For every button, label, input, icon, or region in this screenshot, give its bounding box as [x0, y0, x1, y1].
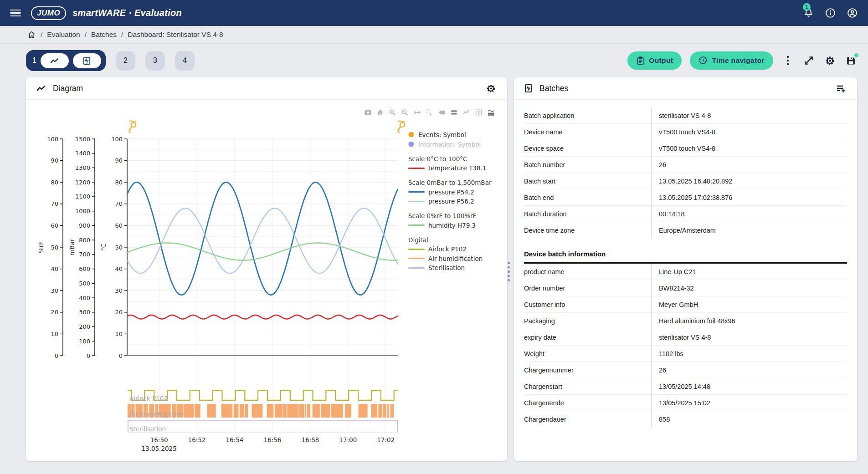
breadcrumb-items: /Evaluation/Batches/Dashboard: Sterilisa… [41, 31, 223, 39]
legend-item[interactable]: temperature T38.1 [408, 163, 506, 173]
legend-item[interactable]: pressure P56.2 [408, 197, 506, 206]
hamburger-menu-icon[interactable] [10, 10, 21, 17]
svg-text:1: 1 [397, 128, 401, 133]
svg-text:16:50: 16:50 [150, 436, 168, 443]
digital-track-label: Airlock P102 [129, 395, 168, 402]
legend-group-header: Scale 0mBar to 1,500mBar [408, 178, 506, 188]
camera-icon[interactable] [364, 109, 372, 116]
diagram-settings-gear-icon[interactable] [484, 82, 497, 95]
legend-label: Airlock P102 [428, 245, 467, 253]
svg-text:mBar: mBar [68, 239, 76, 255]
add-to-list-icon[interactable] [834, 82, 847, 95]
notifications-bell-icon[interactable]: 1 [802, 7, 814, 19]
row-value: 858 [652, 411, 847, 428]
svg-text:400: 400 [79, 295, 90, 301]
svg-text:70: 70 [51, 200, 58, 207]
diagram-view-toggle[interactable] [41, 53, 69, 68]
unsaved-changes-dot [854, 53, 858, 57]
row-label: Batch start [524, 173, 652, 189]
time-navigator-button[interactable]: Time navigator [690, 51, 773, 70]
batches-view-toggle[interactable] [73, 53, 101, 68]
legend-item[interactable]: pressure P54.2 [408, 188, 506, 197]
tab-4[interactable]: 4 [175, 51, 195, 71]
legend-line-swatch [408, 201, 425, 202]
legend-group: Scale 0mBar to 1,500mBarpressure P54.2pr… [408, 178, 506, 206]
row-value: vT500 touch VS4-8 [652, 124, 847, 140]
device-batch-info-row: Chargenstart13/05/2025 14:48 [524, 378, 847, 395]
svg-text:90: 90 [115, 157, 123, 164]
line-mode-icon[interactable] [462, 109, 470, 116]
svg-text:700: 700 [79, 251, 90, 258]
legend-group-header: Scale 0%rF to 100%rF [408, 211, 506, 221]
row-value: 13/05/2025 14:48 [652, 378, 847, 395]
legend-symbol-item[interactable]: Events: Symbol [408, 130, 506, 139]
pan-icon[interactable] [413, 109, 421, 116]
fullscreen-expand-icon[interactable] [802, 54, 815, 67]
info-icon[interactable] [824, 7, 836, 19]
home-icon[interactable] [27, 31, 36, 39]
row-label: Device name [524, 124, 652, 140]
breadcrumb-item[interactable]: Evaluation [47, 31, 80, 39]
svg-text:300: 300 [79, 309, 90, 316]
tab-2[interactable]: 2 [116, 51, 135, 71]
svg-text:0: 0 [55, 352, 58, 359]
account-icon[interactable] [846, 7, 858, 19]
breadcrumb-separator: / [85, 31, 87, 39]
breadcrumb-item[interactable]: Batches [91, 31, 117, 39]
svg-text:100: 100 [79, 338, 90, 345]
device-batch-info-row: PackagingHard aluminium foil 48x96 [524, 313, 847, 329]
legend-item[interactable]: Airlock P102 [408, 245, 506, 254]
legend-symbol-item[interactable]: Information: Symbol [408, 139, 506, 149]
svg-text:1300: 1300 [75, 164, 90, 171]
legend-group-header: Scale 0°C to 100°C [408, 154, 506, 163]
device-batch-info-row: Order numberBW8214-32 [524, 280, 847, 296]
area-mode-icon[interactable] [487, 109, 495, 116]
svg-text:17:00: 17:00 [339, 436, 357, 443]
svg-text:%rF: %rF [37, 241, 45, 253]
row-value: Europe/Amsterdam [652, 222, 847, 239]
tabs-inactive: 234 [116, 51, 195, 71]
legend-line-swatch [408, 267, 425, 269]
batch-summary-row: Batch number26 [524, 157, 847, 173]
output-button[interactable]: Output [627, 51, 682, 70]
home-icon[interactable] [376, 109, 384, 116]
svg-text:30: 30 [51, 287, 58, 294]
more-options-kebab-icon[interactable] [781, 54, 794, 67]
select-icon[interactable] [425, 109, 433, 116]
svg-text:40: 40 [51, 265, 58, 272]
label-icon[interactable] [437, 109, 446, 116]
device-batch-info-title: Device batch information [524, 250, 847, 264]
tab-3[interactable]: 3 [145, 51, 165, 71]
svg-text:900: 900 [79, 222, 90, 229]
legend-item[interactable]: humidity H79.3 [408, 221, 506, 230]
device-batch-info-row: Chargendauer858 [524, 411, 847, 428]
digital-track-label: Air humidification [129, 411, 184, 418]
legend-item[interactable]: Sterilisation [408, 263, 506, 273]
save-layout-icon[interactable] [844, 54, 857, 67]
zoom-level-badge[interactable]: 1 [127, 119, 138, 133]
batch-summary-row: Device spacevT500 touch VS4-8 [524, 140, 847, 157]
legend-label: Air humidification [428, 255, 483, 262]
legend-line-swatch [408, 168, 425, 169]
legend-toggle-icon[interactable] [450, 109, 458, 116]
panel-resize-handle[interactable] [508, 262, 511, 281]
zoom-out-icon[interactable] [401, 109, 409, 116]
row-label: Customer info [524, 296, 652, 313]
svg-text:0: 0 [87, 352, 90, 359]
legend-label: Events: Symbol [418, 131, 466, 138]
legend-item[interactable]: Air humidification [408, 254, 506, 264]
svg-text:200: 200 [79, 323, 90, 330]
zoom-level-badge[interactable]: 1 [396, 119, 407, 133]
legend-line-swatch [408, 191, 425, 193]
spikeline-icon[interactable] [474, 109, 483, 116]
svg-text:100: 100 [111, 136, 123, 143]
batch-summary-row: Batch applicationsterilisator VS 4-8 [524, 107, 847, 124]
tab-1-active[interactable]: 1 [26, 50, 106, 71]
row-label: expiry date [524, 329, 652, 346]
row-label: Chargennummer [524, 362, 652, 378]
settings-gear-icon[interactable] [823, 54, 836, 67]
zoom-in-icon[interactable] [388, 109, 396, 116]
batches-panel-title: Batches [539, 84, 568, 93]
batch-summary-row: Device time zoneEurope/Amsterdam [524, 222, 847, 239]
row-label: Chargendauer [524, 411, 652, 428]
